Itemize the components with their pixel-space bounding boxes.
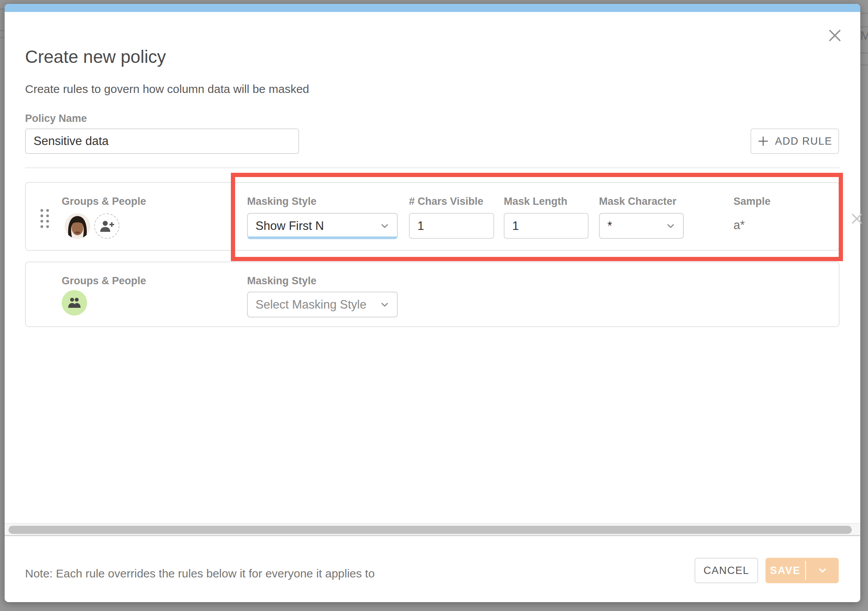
rule-card-2	[25, 262, 839, 327]
mask-length-label: Mask Length	[504, 196, 567, 208]
delete-rule-icon[interactable]	[849, 211, 864, 226]
create-policy-modal: Create new policy Create rules to govern…	[5, 4, 860, 602]
rule2-groups-label: Groups & People	[62, 275, 146, 287]
chevron-down-icon	[379, 221, 390, 231]
page-title: Create new policy	[25, 46, 166, 67]
divider	[25, 167, 839, 168]
policy-name-label: Policy Name	[25, 113, 87, 125]
sample-value: a*	[733, 218, 745, 232]
backdrop-row-line	[0, 37, 5, 38]
sample-label: Sample	[733, 196, 770, 208]
close-icon[interactable]	[827, 28, 843, 43]
backdrop-row-line	[860, 26, 868, 27]
masking-style-select-empty[interactable]: Select Masking Style	[247, 292, 398, 317]
mask-character-select[interactable]: *	[599, 213, 684, 239]
add-person-button[interactable]	[94, 213, 119, 239]
chevron-down-icon	[665, 221, 676, 231]
save-split-button: SAVE	[765, 558, 839, 583]
masking-style-placeholder: Select Masking Style	[248, 298, 379, 312]
people-icon	[67, 297, 81, 309]
rule1-groups-label: Groups & People	[62, 196, 146, 208]
mask-character-label: Mask Character	[599, 196, 676, 208]
cancel-label: CANCEL	[703, 565, 749, 577]
chars-visible-label: # Chars Visible	[409, 196, 483, 208]
rule2-masking-style-label: Masking Style	[247, 275, 316, 287]
save-button[interactable]: SAVE	[765, 558, 805, 583]
mask-length-input[interactable]	[504, 213, 589, 239]
cancel-button[interactable]: CANCEL	[695, 558, 758, 583]
masking-style-value: Show First N	[248, 219, 379, 233]
person-plus-icon	[99, 219, 114, 233]
backdrop-row-line	[860, 13, 868, 14]
add-rule-button[interactable]: ADD RULE	[750, 128, 839, 154]
rule1-masking-style-label: Masking Style	[247, 196, 316, 208]
user-avatar[interactable]	[65, 213, 90, 239]
add-rule-label: ADD RULE	[775, 135, 833, 147]
plus-icon	[757, 135, 769, 147]
page-subtitle: Create rules to govern how column data w…	[25, 83, 309, 96]
backdrop-clipped-text: M	[860, 29, 868, 42]
backdrop-row-line	[860, 52, 868, 54]
chevron-down-icon	[379, 299, 390, 310]
masking-style-select[interactable]: Show First N	[247, 213, 398, 239]
drag-handle-icon[interactable]	[40, 209, 49, 228]
backdrop-row-line	[0, 30, 5, 31]
footer-note: Note: Each rule overrides the rules belo…	[25, 567, 375, 580]
policy-name-input[interactable]	[25, 128, 299, 154]
chevron-down-icon	[817, 565, 828, 576]
backdrop-row-line	[0, 8, 5, 10]
modal-accent-bar	[5, 4, 860, 12]
mask-character-value: *	[600, 219, 665, 233]
backdrop-row-line	[860, 64, 868, 66]
horizontal-scrollbar-track[interactable]	[5, 523, 860, 536]
save-options-button[interactable]	[806, 558, 839, 583]
horizontal-scrollbar-thumb[interactable]	[8, 526, 852, 534]
group-avatar[interactable]	[62, 290, 87, 316]
chars-visible-input[interactable]	[409, 213, 494, 239]
